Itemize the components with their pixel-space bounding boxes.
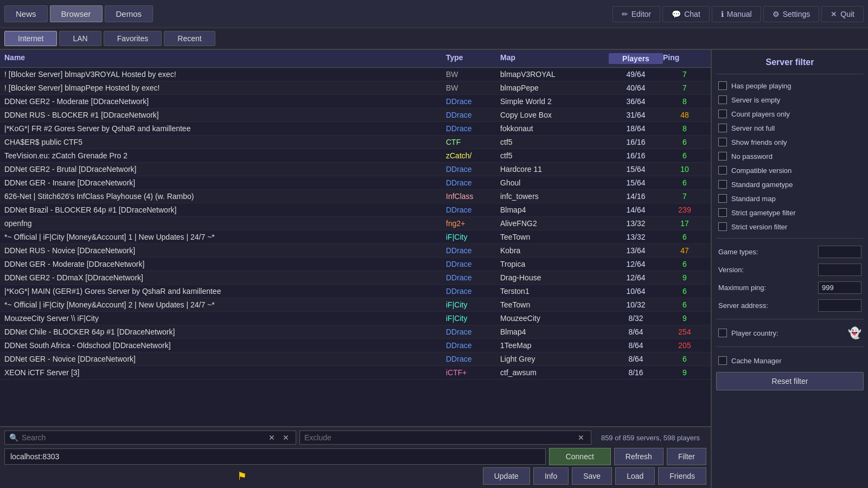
row-map: TeeTown xyxy=(500,233,609,241)
search-x-btn[interactable]: ✕ xyxy=(280,433,291,442)
reset-filter-btn[interactable]: Reset filter xyxy=(716,372,864,390)
table-row[interactable]: CHA$ER$ public CTF5 CTF ctf5 16/16 6 xyxy=(0,136,711,149)
filter-count_players-checkbox[interactable] xyxy=(718,110,727,118)
table-row[interactable]: 626-Net | Stitch626's InfClass Playhouse… xyxy=(0,190,711,203)
filter-standard_gametype-checkbox[interactable] xyxy=(718,180,727,189)
table-row[interactable]: DDNet GER2 - Brutal [DDraceNetwork] DDra… xyxy=(0,163,711,176)
nav-news-btn[interactable]: News xyxy=(4,5,48,22)
search-clear-btn[interactable]: ✕ xyxy=(266,433,277,442)
filter-btn[interactable]: Filter xyxy=(667,448,706,465)
friends-btn[interactable]: Friends xyxy=(658,467,706,485)
filter-show_friends-checkbox[interactable] xyxy=(718,138,727,146)
table-row[interactable]: DDNet GER2 - DDmaX [DDraceNetwork] DDrac… xyxy=(0,271,711,285)
chat-btn[interactable]: 💬 Chat xyxy=(662,6,710,22)
table-row[interactable]: |*KoG*| MAIN (GER#1) Gores Server by Qsh… xyxy=(0,285,711,298)
filter-strict_gametype-checkbox[interactable] xyxy=(718,208,727,217)
filter-no_password-row[interactable]: No password xyxy=(716,149,864,163)
filter-count_players-row[interactable]: Count players only xyxy=(716,107,864,121)
quit-btn[interactable]: ✕ Quit xyxy=(821,6,864,22)
row-ping: 7 xyxy=(663,70,706,79)
address-input[interactable] xyxy=(4,448,546,465)
info-btn[interactable]: Info xyxy=(533,467,569,485)
filter-field-server_address-input[interactable] xyxy=(818,299,861,312)
row-name: *~ Official | iF|City [Money&Account] 2 … xyxy=(4,300,446,309)
tab-internet[interactable]: Internet xyxy=(4,31,57,46)
col-header-ping[interactable]: Ping xyxy=(663,53,706,64)
filter-server_not_full-checkbox[interactable] xyxy=(718,124,727,132)
table-row[interactable]: MouzeeCity Server \\ iF|City iF|City Mou… xyxy=(0,312,711,325)
filter-has_people-row[interactable]: Has people playing xyxy=(716,79,864,93)
manual-btn[interactable]: ℹ Manual xyxy=(712,6,761,22)
table-row[interactable]: ! [Blocker Server] blmapV3ROYAL Hosted b… xyxy=(0,68,711,81)
refresh-btn[interactable]: Refresh xyxy=(614,448,663,465)
filter-standard_map-row[interactable]: Standard map xyxy=(716,191,864,206)
server-count: 859 of 859 servers, 598 players xyxy=(595,434,706,442)
editor-btn[interactable]: ✏ Editor xyxy=(612,6,661,22)
table-row[interactable]: ! [Blocker Server] blmapPepe Hosted by e… xyxy=(0,81,711,95)
filter-strict_gametype-row[interactable]: Strict gametype filter xyxy=(716,206,864,220)
filter-server_not_full-row[interactable]: Server not full xyxy=(716,121,864,135)
save-btn[interactable]: Save xyxy=(572,467,612,485)
exclude-clear-btn[interactable]: ✕ xyxy=(576,433,586,442)
row-map: blmapV3ROYAL xyxy=(500,70,609,79)
filter-standard_gametype-row[interactable]: Standard gametype xyxy=(716,177,864,191)
col-header-type[interactable]: Type xyxy=(446,53,500,64)
tab-favorites[interactable]: Favorites xyxy=(104,31,162,46)
row-players: 14/16 xyxy=(609,192,663,201)
filter-field-max_ping-input[interactable] xyxy=(818,281,861,294)
connect-btn[interactable]: Connect xyxy=(549,448,611,465)
info-icon: ℹ xyxy=(721,10,724,18)
filter-standard_map-checkbox[interactable] xyxy=(718,194,727,203)
nav-browser-btn[interactable]: Browser xyxy=(50,5,103,22)
filter-strict_version-row[interactable]: Strict version filter xyxy=(716,220,864,234)
filter-strict_version-checkbox[interactable] xyxy=(718,222,727,231)
table-row[interactable]: openfng fng2+ AliveFNG2 13/32 17 xyxy=(0,217,711,230)
table-row[interactable]: DDNet RUS - Novice [DDraceNetwork] DDrac… xyxy=(0,244,711,258)
table-row[interactable]: TeeVision.eu: zCatch Grenade Pro 2 zCatc… xyxy=(0,149,711,163)
row-ping: 6 xyxy=(663,355,706,363)
cache-manager-checkbox[interactable] xyxy=(718,356,727,365)
tab-lan[interactable]: LAN xyxy=(59,31,101,46)
search-input[interactable] xyxy=(22,433,263,442)
filter-show_friends-row[interactable]: Show friends only xyxy=(716,135,864,149)
filter-has_people-checkbox[interactable] xyxy=(718,81,727,90)
table-row[interactable]: DDNet Brazil - BLOCKER 64p #1 [DDraceNet… xyxy=(0,203,711,217)
table-row[interactable]: DDNet GER2 - Moderate [DDraceNetwork] DD… xyxy=(0,95,711,108)
row-players: 13/32 xyxy=(609,233,663,241)
table-row[interactable]: *~ Official | iF|City [Money&Account] 1 … xyxy=(0,230,711,244)
filter-compatible_version-row[interactable]: Compatible version xyxy=(716,163,864,177)
table-row[interactable]: DDNet GER - Novice [DDraceNetwork] DDrac… xyxy=(0,352,711,366)
filter-server_empty-checkbox[interactable] xyxy=(718,95,727,104)
row-map: Simple World 2 xyxy=(500,97,609,106)
col-header-players[interactable]: Players xyxy=(609,53,663,64)
update-btn[interactable]: Update xyxy=(483,467,530,485)
row-players: 10/64 xyxy=(609,287,663,296)
filter-field-version-input[interactable] xyxy=(818,264,861,276)
settings-btn[interactable]: ⚙ Settings xyxy=(763,6,820,22)
table-row[interactable]: DDNet RUS - BLOCKER #1 [DDraceNetwork] D… xyxy=(0,108,711,122)
table-row[interactable]: |*KoG*| FR #2 Gores Server by QshaR and … xyxy=(0,122,711,136)
col-header-name[interactable]: Name xyxy=(4,53,446,64)
table-row[interactable]: DDNet GER - Insane [DDraceNetwork] DDrac… xyxy=(0,176,711,190)
table-row[interactable]: XEON iCTF Server [3] iCTF+ ctf_awsum 8/1… xyxy=(0,366,711,380)
load-btn[interactable]: Load xyxy=(615,467,655,485)
row-ping: 48 xyxy=(663,111,706,119)
table-row[interactable]: DDNet GER - Moderate [DDraceNetwork] DDr… xyxy=(0,258,711,271)
player-country-checkbox[interactable] xyxy=(718,329,727,337)
filter-no_password-checkbox[interactable] xyxy=(718,152,727,160)
table-row[interactable]: DDNet South Africa - Oldschool [DDraceNe… xyxy=(0,339,711,352)
tab-recent[interactable]: Recent xyxy=(164,31,215,46)
filter-server_empty-row[interactable]: Server is empty xyxy=(716,93,864,107)
filter-compatible_version-checkbox[interactable] xyxy=(718,166,727,175)
nav-demos-btn[interactable]: Demos xyxy=(105,5,154,22)
exclude-input[interactable] xyxy=(304,433,572,442)
table-row[interactable]: *~ Official | iF|City [Money&Account] 2 … xyxy=(0,298,711,312)
cache-manager-label: Cache Manager xyxy=(731,357,782,365)
top-nav: News Browser Demos ✏ Editor 💬 Chat ℹ Man… xyxy=(0,0,868,28)
filter-field-game_types-input[interactable] xyxy=(818,246,861,258)
filter-checkboxes: Has people playing Server is empty Count… xyxy=(716,79,864,234)
table-row[interactable]: DDNet Chile - BLOCKER 64p #1 [DDraceNetw… xyxy=(0,325,711,339)
filter-panel: Server filter Has people playing Server … xyxy=(711,50,868,488)
col-header-map[interactable]: Map xyxy=(500,53,609,64)
row-type: DDrace xyxy=(446,206,500,214)
